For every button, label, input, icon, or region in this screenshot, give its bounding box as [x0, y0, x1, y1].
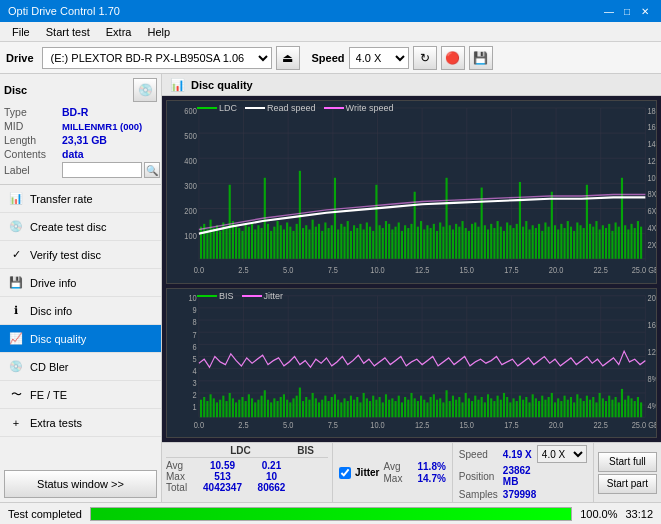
svg-text:8%: 8%: [647, 373, 656, 384]
jitter-checkbox[interactable]: [339, 467, 351, 479]
svg-rect-238: [216, 402, 218, 417]
toolbar: Drive (E:) PLEXTOR BD-R PX-LB950SA 1.06 …: [0, 42, 661, 74]
svg-rect-146: [522, 227, 524, 259]
svg-rect-144: [516, 224, 518, 259]
disc-panel: Disc 💿 Type BD-R MID MILLENMR1 (000) Len…: [0, 74, 161, 185]
menu-help[interactable]: Help: [139, 24, 178, 40]
drive-select[interactable]: (E:) PLEXTOR BD-R PX-LB950SA 1.06: [42, 47, 272, 69]
svg-rect-245: [238, 399, 240, 417]
nav-extra-tests[interactable]: + Extra tests: [0, 409, 161, 437]
position-value: 23862 MB: [503, 465, 533, 487]
svg-rect-250: [254, 402, 256, 417]
svg-rect-330: [509, 402, 511, 417]
maximize-button[interactable]: □: [619, 3, 635, 19]
menu-file[interactable]: File: [4, 24, 38, 40]
bis-total: 80662: [249, 482, 294, 493]
svg-rect-243: [232, 398, 234, 417]
svg-rect-339: [538, 401, 540, 417]
nav-disc-quality[interactable]: 📈 Disc quality: [0, 325, 161, 353]
svg-text:3: 3: [193, 377, 197, 388]
nav-extra-tests-label: Extra tests: [30, 417, 82, 429]
svg-text:4: 4: [193, 365, 197, 376]
nav-fe-te[interactable]: 〜 FE / TE: [0, 381, 161, 409]
nav-verify-test-disc[interactable]: ✓ Verify test disc: [0, 241, 161, 269]
speed-row-select[interactable]: 4.0 X: [537, 445, 587, 463]
status-window-button[interactable]: Status window >>: [4, 470, 157, 498]
svg-rect-326: [497, 395, 499, 417]
svg-rect-314: [458, 397, 460, 417]
nav-drive-info[interactable]: 💾 Drive info: [0, 269, 161, 297]
menu-extra[interactable]: Extra: [98, 24, 140, 40]
label-input[interactable]: [62, 162, 142, 178]
nav-transfer-rate-label: Transfer rate: [30, 193, 93, 205]
svg-rect-48: [210, 220, 212, 259]
close-button[interactable]: ✕: [637, 3, 653, 19]
svg-rect-239: [219, 399, 221, 417]
speed-select[interactable]: 4.0 X: [349, 47, 409, 69]
svg-rect-84: [324, 222, 326, 258]
eject-button[interactable]: ⏏: [276, 46, 300, 70]
drive-label: Drive: [6, 52, 34, 64]
chart2-legend: BIS Jitter: [197, 291, 283, 301]
toolbar-btn2[interactable]: 🔴: [441, 46, 465, 70]
svg-rect-261: [289, 402, 291, 417]
label-button[interactable]: 🔍: [144, 162, 160, 178]
nav-cd-bler[interactable]: 💿 CD Bler: [0, 353, 161, 381]
svg-rect-315: [461, 402, 463, 417]
nav-transfer-rate[interactable]: 📊 Transfer rate: [0, 185, 161, 213]
svg-rect-248: [248, 394, 250, 417]
svg-rect-269: [315, 398, 317, 417]
start-full-button[interactable]: Start full: [598, 452, 657, 472]
svg-rect-311: [449, 401, 451, 417]
disc-icon-button[interactable]: 💿: [133, 78, 157, 102]
start-part-button[interactable]: Start part: [598, 474, 657, 494]
toolbar-btn3[interactable]: 💾: [469, 46, 493, 70]
legend-jitter-label: Jitter: [264, 291, 284, 301]
svg-rect-100: [375, 185, 377, 259]
svg-text:10.0: 10.0: [370, 264, 385, 275]
svg-rect-143: [512, 228, 514, 259]
svg-rect-255: [270, 402, 272, 417]
svg-rect-124: [452, 229, 454, 258]
svg-rect-345: [557, 398, 559, 417]
svg-rect-276: [337, 399, 339, 417]
svg-rect-134: [484, 225, 486, 259]
svg-rect-265: [302, 401, 304, 417]
disc-contents-row: Contents data: [4, 148, 157, 160]
nav-disc-info[interactable]: ℹ Disc info: [0, 297, 161, 325]
toolbar-btn1[interactable]: ↻: [413, 46, 437, 70]
svg-rect-132: [477, 227, 479, 259]
svg-text:10X: 10X: [647, 172, 656, 183]
svg-rect-356: [592, 397, 594, 417]
svg-rect-106: [394, 227, 396, 259]
svg-rect-69: [276, 221, 278, 259]
svg-rect-247: [245, 401, 247, 417]
svg-rect-348: [567, 399, 569, 417]
svg-text:17.5: 17.5: [504, 264, 519, 275]
svg-rect-117: [430, 228, 432, 259]
svg-rect-108: [401, 231, 403, 259]
svg-rect-318: [471, 401, 473, 417]
svg-rect-360: [605, 401, 607, 417]
svg-rect-281: [353, 399, 355, 417]
nav-create-test-disc[interactable]: 💿 Create test disc: [0, 213, 161, 241]
svg-rect-369: [634, 401, 636, 417]
progress-percent: 100.0%: [580, 508, 617, 520]
status-text: Test completed: [8, 508, 82, 520]
svg-text:12X: 12X: [647, 155, 656, 166]
samples-value: 379998: [503, 489, 533, 500]
svg-rect-302: [420, 395, 422, 417]
svg-rect-168: [592, 227, 594, 259]
svg-rect-181: [634, 228, 636, 259]
svg-text:8X: 8X: [647, 188, 656, 199]
menu-starttest[interactable]: Start test: [38, 24, 98, 40]
svg-rect-180: [630, 224, 632, 259]
svg-rect-103: [385, 221, 387, 259]
svg-rect-91: [347, 221, 349, 259]
minimize-button[interactable]: —: [601, 3, 617, 19]
svg-rect-308: [439, 398, 441, 417]
nav-disc-info-label: Disc info: [30, 305, 72, 317]
svg-rect-310: [446, 390, 448, 417]
svg-rect-312: [452, 395, 454, 417]
svg-rect-280: [350, 395, 352, 417]
